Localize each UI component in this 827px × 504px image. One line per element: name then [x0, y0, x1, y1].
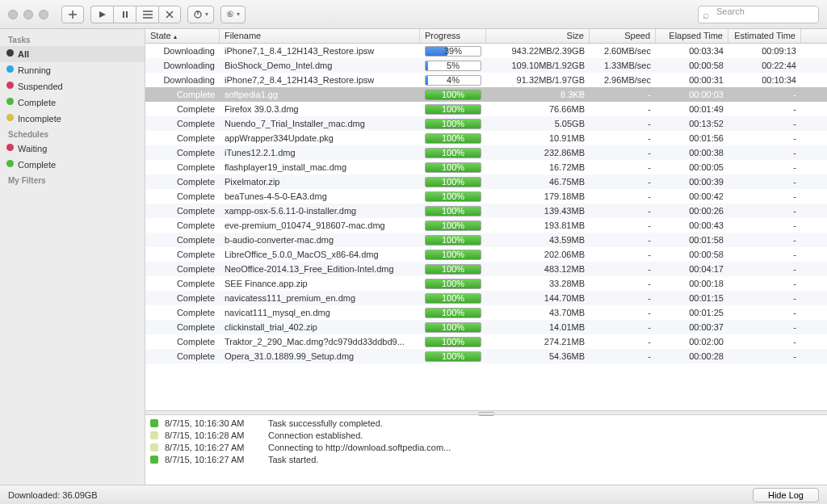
cell-speed: - — [590, 293, 656, 303]
progress-bar: 100% — [425, 104, 481, 115]
progress-bar: 100% — [425, 308, 481, 318]
sidebar-item[interactable]: Running — [0, 62, 145, 78]
cell-speed: - — [590, 191, 656, 201]
table-row[interactable]: Completeb-audio-converter-mac.dmg100%43.… — [145, 233, 827, 247]
status-bar: Downloaded: 36.09GB Hide Log — [0, 485, 827, 504]
table-row[interactable]: Completenavicat111_mysql_en.dmg100%43.70… — [145, 305, 827, 320]
cell-size: 144.70MB — [486, 293, 590, 303]
cell-est: - — [728, 90, 801, 99]
col-size[interactable]: Size — [486, 29, 590, 43]
cell-progress: 100% — [420, 250, 486, 260]
cell-state: Complete — [145, 250, 220, 259]
log-message: Task started. — [268, 455, 318, 464]
pause-button[interactable] — [113, 6, 136, 23]
power-menu-button[interactable]: ▾ — [187, 6, 214, 23]
cell-est: 00:22:44 — [728, 61, 801, 70]
minimize-icon[interactable] — [23, 10, 33, 19]
cell-elapsed: 00:01:56 — [656, 133, 728, 143]
progress-label: 100% — [442, 322, 464, 332]
start-button[interactable] — [90, 6, 113, 23]
cell-speed: - — [590, 177, 656, 187]
log-message: Connecting to http://download.softpedia.… — [268, 443, 451, 452]
table-row[interactable]: Completeflashplayer19_install_mac.dmg100… — [145, 160, 827, 174]
sidebar-item[interactable]: Incomplete — [0, 111, 145, 127]
col-elapsed[interactable]: Elapsed Time — [656, 29, 728, 43]
cell-est: 00:09:13 — [728, 46, 801, 56]
table-row[interactable]: CompleteFirefox 39.0.3.dmg100%76.66MB-00… — [145, 102, 827, 116]
log-message: Connection established. — [268, 430, 363, 440]
sidebar-item[interactable]: All — [0, 46, 145, 62]
progress-bar: 100% — [425, 162, 481, 173]
table-row[interactable]: Completesoftpedia1.gg100%8.3KB-00:00:03- — [145, 87, 827, 102]
hide-log-button[interactable]: Hide Log — [753, 488, 819, 502]
cell-progress: 100% — [420, 133, 486, 144]
log-status-icon — [150, 456, 158, 464]
cell-elapsed: 00:13:52 — [656, 119, 728, 128]
table-row[interactable]: Completexampp-osx-5.6.11-0-installer.dmg… — [145, 204, 827, 218]
col-speed[interactable]: Speed — [590, 29, 656, 43]
cell-progress: 100% — [420, 206, 486, 216]
table-row[interactable]: CompleteappWrapper334Update.pkg100%10.91… — [145, 131, 827, 145]
stop-button[interactable] — [158, 6, 181, 23]
log-splitter[interactable] — [145, 410, 827, 415]
cell-progress: 100% — [420, 293, 486, 304]
cell-size: 179.18MB — [486, 191, 590, 201]
close-icon[interactable] — [8, 10, 18, 19]
table-row[interactable]: CompleteiTunes12.2.1.dmg100%232.86MB-00:… — [145, 145, 827, 160]
cell-filename: LibreOffice_5.0.0_MacOS_x86-64.dmg — [220, 250, 420, 259]
cell-elapsed: 00:00:42 — [656, 191, 728, 201]
status-dot-icon — [6, 114, 14, 121]
table-row[interactable]: CompleteNuendo_7_Trial_Installer_mac.dmg… — [145, 116, 827, 131]
table-row[interactable]: CompleteOpera_31.0.1889.99_Setup.dmg100%… — [145, 349, 827, 363]
col-progress[interactable]: Progress — [420, 29, 486, 43]
queue-button[interactable] — [136, 6, 158, 23]
progress-label: 100% — [442, 177, 464, 187]
progress-label: 100% — [442, 148, 464, 158]
table-row[interactable]: DownloadingBioShock_Demo_Intel.dmg5%109.… — [145, 58, 827, 73]
cell-state: Complete — [145, 206, 220, 216]
cell-progress: 100% — [420, 148, 486, 158]
table-row[interactable]: DownloadingiPhone7,1_8.4_12H143_Restore.… — [145, 44, 827, 58]
progress-label: 100% — [442, 293, 464, 303]
col-state[interactable]: State ▴ — [145, 29, 220, 43]
cell-progress: 100% — [420, 235, 486, 246]
cell-state: Complete — [145, 322, 220, 332]
cell-filename: iPhone7,2_8.4_12H143_Restore.ipsw — [220, 75, 420, 85]
cell-filename: SEE Finance.app.zip — [220, 279, 420, 288]
sidebar-item[interactable]: Suspended — [0, 78, 145, 94]
table-row[interactable]: CompleteSEE Finance.app.zip100%33.28MB-0… — [145, 276, 827, 291]
cell-filename: navicatess111_premium_en.dmg — [220, 293, 420, 303]
cell-state: Downloading — [145, 61, 220, 70]
cell-est: - — [728, 308, 801, 317]
sidebar-heading: Tasks — [0, 32, 145, 46]
progress-label: 100% — [442, 250, 464, 259]
table-row[interactable]: CompletebeaTunes-4-5-0-EA3.dmg100%179.18… — [145, 189, 827, 204]
progress-label: 100% — [442, 308, 464, 317]
sidebar-item[interactable]: Waiting — [0, 141, 145, 157]
sidebar-item[interactable]: Complete — [0, 157, 145, 173]
cell-progress: 100% — [420, 162, 486, 173]
cell-elapsed: 00:00:03 — [656, 90, 728, 99]
cell-state: Complete — [145, 220, 220, 230]
zoom-icon[interactable] — [39, 10, 48, 19]
cell-state: Complete — [145, 337, 220, 346]
progress-fill — [426, 76, 428, 85]
progress-label: 100% — [442, 264, 464, 274]
table-row[interactable]: Completenavicatess111_premium_en.dmg100%… — [145, 291, 827, 305]
search-input[interactable]: Search — [698, 6, 819, 23]
cell-est: - — [728, 322, 801, 332]
table-row[interactable]: DownloadingiPhone7,2_8.4_12H143_Restore.… — [145, 73, 827, 87]
table-row[interactable]: CompletePixelmator.zip100%46.75MB-00:00:… — [145, 174, 827, 189]
cell-est: - — [728, 191, 801, 201]
col-filename[interactable]: Filename — [220, 29, 420, 43]
status-dot-icon — [6, 144, 14, 151]
table-row[interactable]: CompleteTraktor_2_290_Mac.dmg?dc979dd33d… — [145, 334, 827, 349]
table-row[interactable]: Completeeve-premium_010474_918607-mac.dm… — [145, 218, 827, 233]
speed-menu-button[interactable]: ⑥▾ — [220, 6, 246, 23]
sidebar-item[interactable]: Complete — [0, 94, 145, 111]
table-row[interactable]: Completeclickinstall_trial_402.zip100%14… — [145, 320, 827, 334]
add-button[interactable] — [61, 6, 84, 23]
table-row[interactable]: CompleteNeoOffice-2014.13_Free_Edition-I… — [145, 262, 827, 276]
col-est[interactable]: Estimated Time — [728, 29, 801, 43]
table-row[interactable]: CompleteLibreOffice_5.0.0_MacOS_x86-64.d… — [145, 247, 827, 262]
